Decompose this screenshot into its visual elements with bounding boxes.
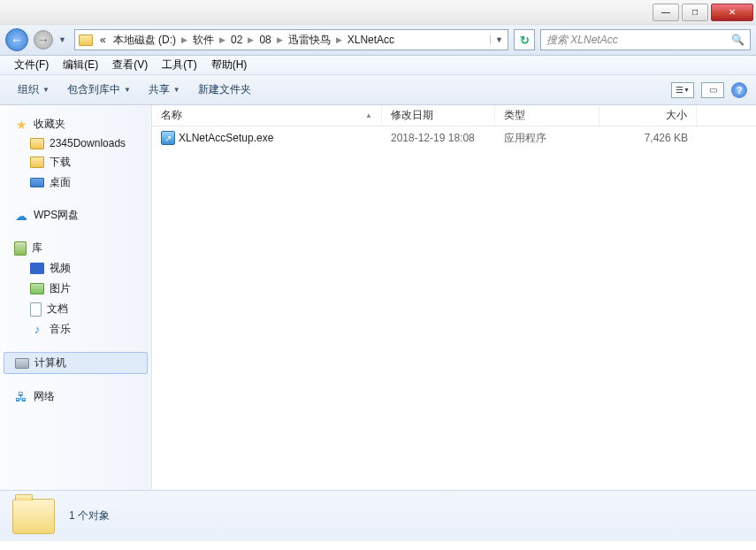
desktop-icon bbox=[30, 178, 44, 187]
breadcrumb-part[interactable]: XLNetAcc bbox=[344, 34, 398, 46]
chevron-right-icon[interactable]: ▶ bbox=[179, 35, 189, 44]
folder-icon bbox=[30, 138, 44, 149]
chevron-right-icon[interactable]: ▶ bbox=[334, 35, 344, 44]
exe-icon: ↗ bbox=[161, 131, 175, 145]
star-icon: ★ bbox=[14, 118, 28, 132]
address-toolbar: ← → ▼ « 本地磁盘 (D:) ▶ 软件 ▶ 02 ▶ 08 ▶ 迅雷快鸟 … bbox=[0, 25, 756, 56]
video-icon bbox=[30, 263, 44, 274]
column-name[interactable]: 名称▲ bbox=[152, 105, 382, 126]
command-toolbar: 组织▼ 包含到库中▼ 共享▼ 新建文件夹 ☰ ▼ ▭ ? bbox=[0, 75, 756, 105]
sidebar-item-2345downloads[interactable]: 2345Downloads bbox=[4, 134, 148, 152]
menu-bar: 文件(F) 编辑(E) 查看(V) 工具(T) 帮助(H) bbox=[0, 56, 756, 75]
chevron-right-icon[interactable]: ▶ bbox=[275, 35, 285, 44]
file-name: XLNetAccSetup.exe bbox=[179, 132, 273, 144]
computer-icon bbox=[15, 358, 29, 369]
nav-history-dropdown[interactable]: ▼ bbox=[58, 35, 69, 44]
document-icon bbox=[30, 302, 42, 317]
sidebar-wps[interactable]: ☁WPS网盘 bbox=[4, 205, 148, 225]
file-type: 应用程序 bbox=[504, 131, 546, 146]
search-icon[interactable]: 🔍 bbox=[731, 34, 745, 46]
chevron-down-icon: ▼ bbox=[42, 86, 50, 94]
navigation-pane: ★收藏夹 2345Downloads 下载 桌面 ☁WPS网盘 库 视频 图片 … bbox=[0, 105, 152, 490]
breadcrumb-prefix: « bbox=[96, 34, 110, 46]
file-list-pane: 名称▲ 修改日期 类型 大小 ↗XLNetAccSetup.exe 2018-1… bbox=[152, 105, 756, 490]
sidebar-item-videos[interactable]: 视频 bbox=[4, 258, 148, 279]
cloud-icon: ☁ bbox=[14, 209, 28, 223]
folder-icon bbox=[30, 157, 44, 168]
folder-large-icon bbox=[12, 499, 55, 534]
search-placeholder: 搜索 XLNetAcc bbox=[546, 33, 618, 48]
address-dropdown[interactable]: ▼ bbox=[490, 35, 504, 44]
sidebar-item-downloads[interactable]: 下载 bbox=[4, 152, 148, 172]
menu-file[interactable]: 文件(F) bbox=[7, 56, 56, 74]
column-headers: 名称▲ 修改日期 类型 大小 bbox=[152, 105, 756, 126]
breadcrumb-part[interactable]: 迅雷快鸟 bbox=[285, 33, 334, 48]
picture-icon bbox=[30, 283, 44, 294]
chevron-right-icon[interactable]: ▶ bbox=[246, 35, 256, 44]
sidebar-network[interactable]: 🖧网络 bbox=[4, 386, 148, 407]
organize-button[interactable]: 组织▼ bbox=[9, 79, 58, 101]
menu-view[interactable]: 查看(V) bbox=[105, 56, 155, 74]
breadcrumb-part[interactable]: 02 bbox=[227, 34, 246, 46]
sidebar-favorites[interactable]: ★收藏夹 bbox=[4, 114, 148, 134]
preview-pane-button[interactable]: ▭ bbox=[701, 82, 724, 98]
file-size: 7,426 KB bbox=[645, 132, 688, 144]
chevron-right-icon[interactable]: ▶ bbox=[218, 35, 227, 44]
include-library-button[interactable]: 包含到库中▼ bbox=[58, 79, 140, 101]
window-titlebar: — □ ✕ bbox=[0, 0, 756, 25]
column-date[interactable]: 修改日期 bbox=[382, 105, 495, 126]
search-input[interactable]: 搜索 XLNetAcc 🔍 bbox=[540, 29, 751, 50]
file-date: 2018-12-19 18:08 bbox=[391, 132, 475, 144]
sidebar-item-music[interactable]: ♪音乐 bbox=[4, 319, 148, 340]
breadcrumb-part[interactable]: 08 bbox=[256, 34, 274, 46]
refresh-button[interactable]: ↻ bbox=[514, 29, 535, 50]
main-area: ★收藏夹 2345Downloads 下载 桌面 ☁WPS网盘 库 视频 图片 … bbox=[0, 105, 756, 490]
sort-arrow-icon: ▲ bbox=[365, 111, 372, 119]
minimize-button[interactable]: — bbox=[653, 4, 679, 21]
network-icon: 🖧 bbox=[14, 390, 28, 404]
close-button[interactable]: ✕ bbox=[711, 4, 753, 21]
chevron-down-icon: ▼ bbox=[173, 86, 180, 94]
menu-help[interactable]: 帮助(H) bbox=[204, 56, 255, 74]
chevron-down-icon: ▼ bbox=[124, 86, 131, 94]
view-mode-button[interactable]: ☰ ▼ bbox=[671, 82, 694, 98]
column-size[interactable]: 大小 bbox=[599, 105, 697, 126]
sidebar-libraries[interactable]: 库 bbox=[4, 238, 148, 258]
new-folder-button[interactable]: 新建文件夹 bbox=[189, 79, 260, 101]
back-button[interactable]: ← bbox=[5, 28, 28, 51]
file-row[interactable]: ↗XLNetAccSetup.exe 2018-12-19 18:08 应用程序… bbox=[152, 126, 756, 149]
forward-button[interactable]: → bbox=[34, 30, 53, 50]
menu-edit[interactable]: 编辑(E) bbox=[56, 56, 105, 74]
share-button[interactable]: 共享▼ bbox=[140, 79, 189, 101]
breadcrumb-part[interactable]: 本地磁盘 (D:) bbox=[110, 33, 179, 48]
status-text: 1 个对象 bbox=[69, 508, 110, 523]
sidebar-item-desktop[interactable]: 桌面 bbox=[4, 172, 148, 193]
sidebar-item-pictures[interactable]: 图片 bbox=[4, 279, 148, 299]
breadcrumb-part[interactable]: 软件 bbox=[189, 33, 218, 48]
help-icon[interactable]: ? bbox=[731, 82, 747, 98]
sidebar-computer[interactable]: 计算机 bbox=[4, 352, 148, 374]
sidebar-item-documents[interactable]: 文档 bbox=[4, 299, 148, 319]
maximize-button[interactable]: □ bbox=[682, 4, 708, 21]
menu-tools[interactable]: 工具(T) bbox=[155, 56, 203, 74]
music-icon: ♪ bbox=[30, 323, 44, 337]
column-type[interactable]: 类型 bbox=[495, 105, 599, 126]
folder-icon bbox=[79, 34, 93, 46]
status-bar: 1 个对象 bbox=[0, 490, 756, 541]
address-bar[interactable]: « 本地磁盘 (D:) ▶ 软件 ▶ 02 ▶ 08 ▶ 迅雷快鸟 ▶ XLNe… bbox=[74, 29, 508, 50]
library-icon bbox=[14, 241, 27, 256]
